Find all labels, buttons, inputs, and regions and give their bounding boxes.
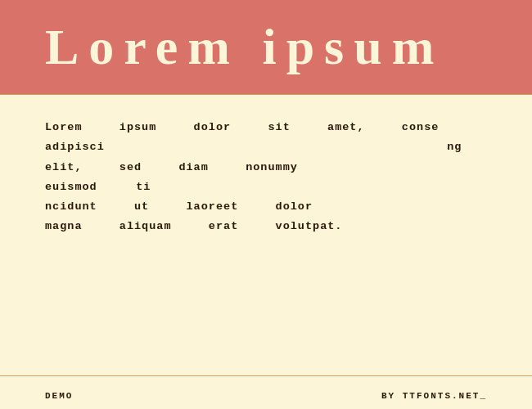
header: Lorem ipsum (0, 0, 532, 94)
footer-demo-label: DEMO (45, 391, 73, 401)
body-text: Lorem ipsum dolor sit amet, conse adipis… (45, 118, 487, 237)
main-content: Lorem ipsum dolor sit amet, conse adipis… (0, 95, 532, 254)
footer: DEMO BY TTFONTS.NET_ (0, 391, 532, 401)
divider-bottom (0, 375, 532, 376)
page-title: Lorem ipsum (45, 18, 444, 76)
footer-brand-label: BY TTFONTS.NET_ (381, 391, 487, 401)
